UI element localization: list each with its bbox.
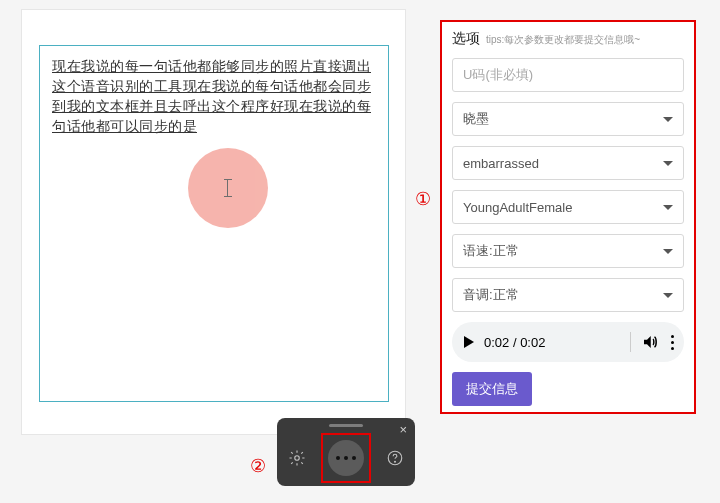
- gender-select[interactable]: YoungAdultFemale: [452, 190, 684, 224]
- chevron-down-icon: [663, 205, 673, 210]
- transcript-text: 现在我说的每一句话他都能够同步的照片直接调出这个语音识别的工具现在我说的每句话他…: [40, 46, 388, 146]
- ucode-input[interactable]: U码(非必填): [452, 58, 684, 92]
- drag-handle-icon[interactable]: [329, 424, 363, 427]
- close-icon[interactable]: ×: [399, 422, 407, 437]
- svg-point-2: [395, 461, 396, 462]
- cursor-indicator: [188, 148, 268, 228]
- voice-select[interactable]: 晓墨: [452, 102, 684, 136]
- chevron-down-icon: [663, 117, 673, 122]
- chevron-down-icon: [663, 249, 673, 254]
- pitch-select[interactable]: 音调:正常: [452, 278, 684, 312]
- ucode-placeholder: U码(非必填): [463, 66, 533, 84]
- audio-player[interactable]: 0:02 / 0:02: [452, 322, 684, 362]
- help-icon: [386, 449, 404, 467]
- options-title: 选项: [452, 30, 480, 46]
- more-button[interactable]: [328, 440, 364, 476]
- callout-2: ②: [250, 455, 266, 477]
- options-panel: 选项 tips:每次参数更改都要提交信息哦~ U码(非必填) 晓墨 embarr…: [440, 20, 696, 414]
- audio-separator: [630, 332, 631, 352]
- emotion-value: embarrassed: [463, 156, 539, 171]
- play-icon[interactable]: [464, 336, 474, 348]
- options-header: 选项 tips:每次参数更改都要提交信息哦~: [452, 30, 684, 48]
- emotion-select[interactable]: embarrassed: [452, 146, 684, 180]
- text-cursor-icon: [227, 179, 229, 197]
- chevron-down-icon: [663, 293, 673, 298]
- chevron-down-icon: [663, 161, 673, 166]
- speed-select[interactable]: 语速:正常: [452, 234, 684, 268]
- settings-button[interactable]: [282, 443, 312, 473]
- submit-button[interactable]: 提交信息: [452, 372, 532, 406]
- floating-toolbar[interactable]: ×: [277, 418, 415, 486]
- voice-value: 晓墨: [463, 110, 489, 128]
- volume-icon[interactable]: [641, 333, 659, 351]
- dot-icon: [336, 456, 340, 460]
- callout-1: ①: [415, 188, 431, 210]
- audio-time: 0:02 / 0:02: [484, 335, 545, 350]
- pitch-value: 音调:正常: [463, 286, 519, 304]
- dot-icon: [344, 456, 348, 460]
- gear-icon: [288, 449, 306, 467]
- options-tips: tips:每次参数更改都要提交信息哦~: [486, 34, 640, 45]
- dot-icon: [352, 456, 356, 460]
- svg-point-0: [294, 456, 299, 461]
- audio-more-icon[interactable]: [671, 335, 674, 350]
- more-button-highlight: [321, 433, 371, 483]
- gender-value: YoungAdultFemale: [463, 200, 572, 215]
- help-button[interactable]: [380, 443, 410, 473]
- speed-value: 语速:正常: [463, 242, 519, 260]
- transcript-textarea[interactable]: 现在我说的每一句话他都能够同步的照片直接调出这个语音识别的工具现在我说的每句话他…: [39, 45, 389, 402]
